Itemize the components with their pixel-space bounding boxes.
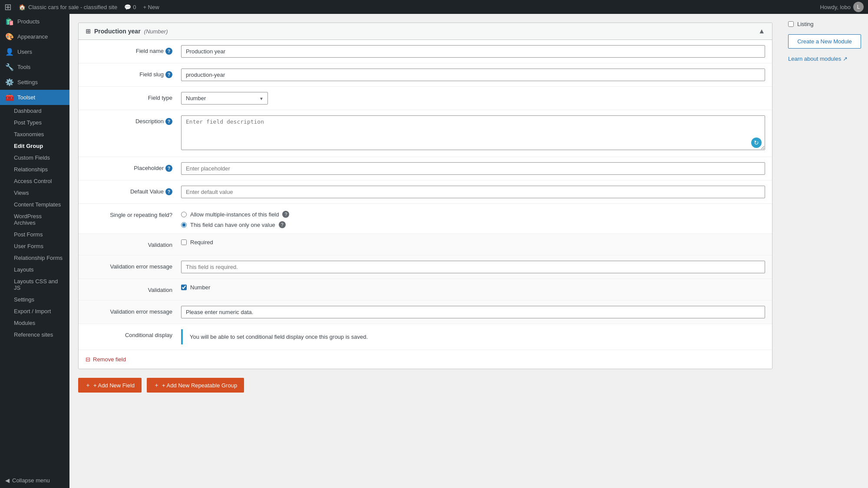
single-repeating-options: Allow multiple-instances of this field ?… — [181, 209, 765, 228]
validation-number-error-row: Validation error message — [79, 301, 772, 324]
collapse-field-icon[interactable]: ▲ — [758, 27, 765, 35]
placeholder-label: Placeholder ? — [86, 162, 181, 172]
collapse-arrow-icon: ◀ — [5, 477, 10, 484]
validation-number-checkbox[interactable] — [181, 285, 187, 290]
field-name-row: Field name ? — [79, 40, 772, 63]
add-new-field-button[interactable]: ＋ + Add New Field — [78, 378, 142, 393]
validation-error-message-row: Validation error message — [79, 255, 772, 279]
sidebar-sub-user-forms[interactable]: User Forms — [0, 240, 69, 252]
field-type-row: Field type Number Text Email URL Phone D… — [79, 87, 772, 110]
allow-multiple-radio[interactable] — [181, 212, 187, 217]
validation-error-message-input[interactable] — [181, 261, 765, 273]
products-icon: 🛍️ — [5, 17, 14, 26]
field-type-label: (Number) — [144, 28, 168, 35]
field-card: ⊞ Production year (Number) ▲ Field name … — [78, 23, 772, 369]
new-content-link[interactable]: + New — [143, 4, 159, 10]
listing-checkbox[interactable] — [788, 21, 794, 27]
placeholder-input[interactable] — [181, 162, 765, 175]
sidebar-sub-settings[interactable]: Settings — [0, 294, 69, 305]
sidebar-sub-access-control[interactable]: Access Control — [0, 175, 69, 187]
default-value-label: Default Value ? — [86, 186, 181, 195]
required-checkbox-item: Required — [181, 239, 765, 246]
user-menu[interactable]: Howdy, lobo L — [820, 2, 864, 12]
sidebar-sub-taxonomies[interactable]: Taxonomies — [0, 128, 69, 140]
sidebar: 🛍️ Products 🎨 Appearance 👤 Users 🔧 Tools… — [0, 14, 69, 488]
comments-link[interactable]: 💬 0 — [124, 4, 136, 10]
field-type-select-container: Number Text Email URL Phone Date — [181, 92, 268, 105]
single-value-help-icon[interactable]: ? — [279, 221, 286, 228]
sidebar-item-products[interactable]: 🛍️ Products — [0, 14, 69, 29]
validation-number-error-field — [181, 306, 765, 318]
field-card-title-area: ⊞ Production year (Number) — [86, 28, 168, 35]
sidebar-item-toolset[interactable]: 🧰 Toolset — [0, 90, 69, 105]
sidebar-sub-relationships[interactable]: Relationships — [0, 164, 69, 175]
toolset-icon: 🧰 — [5, 93, 14, 102]
users-icon: 👤 — [5, 48, 14, 56]
learn-modules-link[interactable]: Learn about modules ↗ — [788, 56, 861, 62]
validation-number-error-input[interactable] — [181, 306, 765, 318]
sidebar-sub-modules[interactable]: Modules — [0, 317, 69, 329]
sidebar-item-tools[interactable]: 🔧 Tools — [0, 59, 69, 75]
listing-section: Listing — [788, 21, 861, 27]
right-sidebar: Listing Create a New Module Learn about … — [781, 14, 868, 488]
avatar: L — [853, 2, 864, 12]
wp-logo[interactable]: ⊞ — [4, 2, 12, 12]
sidebar-sub-wordpress-archives[interactable]: WordPress Archives — [0, 210, 69, 229]
allow-multiple-label: Allow multiple-instances of this field — [190, 211, 279, 218]
sidebar-sub-export-import[interactable]: Export / Import — [0, 305, 69, 317]
create-new-module-button[interactable]: Create a New Module — [788, 34, 861, 49]
field-name-input[interactable] — [181, 45, 765, 58]
validation-required-field: Required — [181, 239, 765, 246]
single-repeating-label: Single or repeating field? — [86, 209, 181, 218]
description-help-icon[interactable]: ? — [165, 118, 172, 125]
grid-field-icon: ⊞ — [86, 28, 91, 35]
sidebar-sub-layouts[interactable]: Layouts — [0, 264, 69, 275]
single-value-radio[interactable] — [181, 222, 187, 228]
placeholder-help-icon[interactable]: ? — [165, 165, 172, 172]
remove-field-button[interactable]: ⊟ Remove field — [79, 350, 772, 369]
description-textarea[interactable] — [181, 115, 765, 150]
add-field-plus-icon: ＋ — [85, 381, 91, 389]
sidebar-item-settings[interactable]: ⚙️ Settings — [0, 75, 69, 90]
sidebar-sub-content-templates[interactable]: Content Templates — [0, 199, 69, 210]
field-type-select[interactable]: Number Text Email URL Phone Date — [181, 92, 268, 105]
placeholder-row: Placeholder ? — [79, 157, 772, 180]
allow-multiple-help-icon[interactable]: ? — [282, 211, 289, 218]
add-group-plus-icon: ＋ — [154, 381, 159, 389]
sidebar-sub-post-forms[interactable]: Post Forms — [0, 229, 69, 240]
admin-bar: ⊞ 🏠 Classic cars for sale - classified s… — [0, 0, 868, 14]
field-slug-input[interactable] — [181, 69, 765, 81]
sidebar-sub-views[interactable]: Views — [0, 187, 69, 199]
sidebar-item-appearance[interactable]: 🎨 Appearance — [0, 29, 69, 44]
add-new-repeatable-group-button[interactable]: ＋ + Add New Repeatable Group — [147, 378, 244, 393]
site-name[interactable]: 🏠 Classic cars for sale - classified sit… — [19, 4, 117, 10]
field-title: Production year — [94, 28, 141, 35]
conditional-display-field: You will be able to set conditional fiel… — [181, 329, 765, 344]
required-label: Required — [190, 239, 213, 246]
sidebar-sub-relationship-forms[interactable]: Relationship Forms — [0, 252, 69, 264]
default-value-help-icon[interactable]: ? — [165, 188, 172, 195]
default-value-input-wrapper — [181, 186, 765, 198]
field-name-help-icon[interactable]: ? — [165, 48, 172, 55]
description-field-wrapper: ↻ — [181, 115, 765, 151]
sidebar-sub-post-types[interactable]: Post Types — [0, 117, 69, 128]
field-slug-help-icon[interactable]: ? — [165, 71, 172, 78]
description-refresh-icon[interactable]: ↻ — [751, 138, 762, 148]
listing-checkbox-label: Listing — [788, 21, 861, 27]
field-card-header[interactable]: ⊞ Production year (Number) ▲ — [79, 23, 772, 40]
sidebar-sub-layouts-css-js[interactable]: Layouts CSS and JS — [0, 275, 69, 294]
sidebar-sub-edit-group[interactable]: Edit Group — [0, 140, 69, 152]
collapse-menu[interactable]: ◀ Collapse menu — [0, 473, 69, 488]
number-checkbox-item: Number — [181, 284, 765, 291]
sidebar-sub-custom-fields[interactable]: Custom Fields — [0, 152, 69, 164]
external-link-icon: ↗ — [843, 56, 848, 62]
sidebar-item-users[interactable]: 👤 Users — [0, 44, 69, 59]
validation-required-row: Validation Required — [79, 234, 772, 255]
validation-number-checkbox-label: Number — [190, 284, 210, 291]
required-checkbox[interactable] — [181, 239, 187, 245]
validation-number-label: Validation — [86, 284, 181, 293]
remove-field-icon: ⊟ — [86, 356, 90, 363]
sidebar-sub-reference-sites[interactable]: Reference sites — [0, 329, 69, 341]
default-value-input[interactable] — [181, 186, 765, 198]
sidebar-sub-dashboard[interactable]: Dashboard — [0, 105, 69, 117]
